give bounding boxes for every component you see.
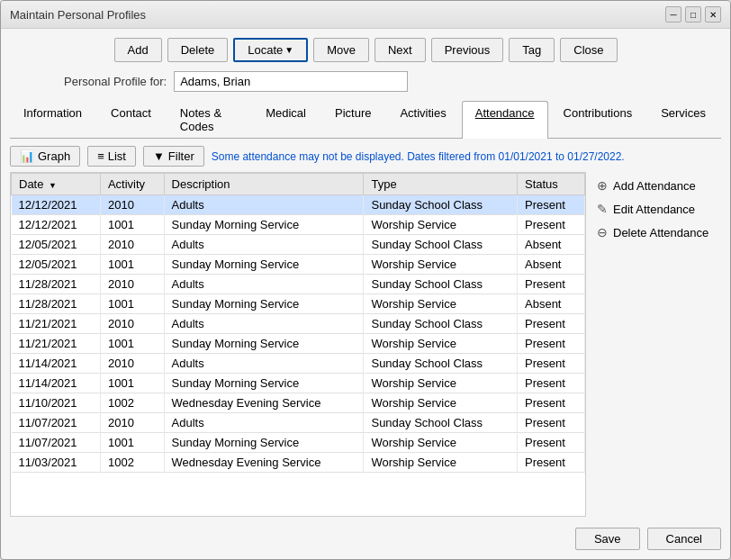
table-scroll-area[interactable]: Date ▼ Activity Description Type Status [11, 173, 585, 473]
tab-notes-codes[interactable]: Notes & Codes [167, 101, 250, 138]
add-attendance-icon: ⊕ [597, 178, 608, 193]
table-row[interactable]: 11/14/20211001Sunday Morning ServiceWors… [12, 374, 585, 393]
title-bar: Maintain Personal Profiles ─ □ ✕ [1, 1, 730, 29]
tab-medical[interactable]: Medical [252, 101, 320, 138]
profile-label: Personal Profile for: [64, 75, 167, 88]
table-row[interactable]: 12/05/20212010AdultsSunday School ClassA… [12, 235, 585, 255]
table-row[interactable]: 12/12/20211001Sunday Morning ServiceWors… [12, 215, 585, 235]
tab-bar: Information Contact Notes & Codes Medica… [10, 101, 721, 139]
table-row[interactable]: 11/28/20212010AdultsSunday School ClassP… [12, 275, 585, 294]
table-row[interactable]: 11/07/20212010AdultsSunday School ClassP… [12, 413, 585, 433]
main-window: Maintain Personal Profiles ─ □ ✕ Add Del… [0, 0, 731, 560]
save-button[interactable]: Save [575, 528, 640, 550]
tab-information[interactable]: Information [10, 101, 95, 138]
table-row[interactable]: 11/10/20211002Wednesday Evening ServiceW… [12, 393, 585, 413]
attendance-table: Date ▼ Activity Description Type Status [11, 173, 585, 473]
window-body: Add Delete Locate ▼ Move Next Previous T… [1, 29, 730, 559]
bottom-bar: Save Cancel [10, 520, 721, 550]
tab-activities[interactable]: Activities [386, 101, 459, 138]
delete-attendance-icon: ⊖ [597, 225, 608, 239]
table-row[interactable]: 11/28/20211001Sunday Morning ServiceWors… [12, 294, 585, 314]
col-activity: Activity [100, 174, 164, 195]
close-button[interactable]: ✕ [705, 6, 721, 23]
table-row[interactable]: 11/21/20211001Sunday Morning ServiceWors… [12, 334, 585, 354]
tab-services[interactable]: Services [647, 101, 719, 138]
col-type: Type [364, 174, 518, 195]
toolbar: Add Delete Locate ▼ Move Next Previous T… [10, 38, 721, 62]
delete-button[interactable]: Delete [167, 38, 229, 62]
filter-button[interactable]: ▼ Filter [143, 146, 204, 167]
previous-button[interactable]: Previous [431, 38, 504, 62]
sort-arrow-date: ▼ [49, 181, 57, 190]
table-row[interactable]: 12/12/20212010AdultsSunday School ClassP… [12, 195, 585, 215]
table-body: 12/12/20212010AdultsSunday School ClassP… [12, 195, 585, 473]
locate-button[interactable]: Locate ▼ [233, 38, 308, 62]
table-row[interactable]: 11/14/20212010AdultsSunday School ClassP… [12, 354, 585, 374]
table-header-row: Date ▼ Activity Description Type Status [12, 174, 585, 195]
view-controls: 📊 Graph ≡ List ▼ Filter Some attendance … [10, 146, 721, 167]
table-row[interactable]: 12/05/20211001Sunday Morning ServiceWors… [12, 255, 585, 275]
cancel-button[interactable]: Cancel [647, 528, 721, 550]
delete-attendance-button[interactable]: ⊖ Delete Attendance [595, 222, 721, 242]
locate-dropdown-icon: ▼ [284, 45, 293, 55]
window-controls: ─ □ ✕ [665, 6, 721, 23]
table-row[interactable]: 11/03/20211002Wednesday Evening ServiceW… [12, 453, 585, 473]
side-actions-panel: ⊕ Add Attendance ✎ Edit Attendance ⊖ Del… [595, 172, 721, 517]
tab-contact[interactable]: Contact [97, 101, 165, 138]
attendance-table-container: Date ▼ Activity Description Type Status [10, 172, 586, 517]
col-status: Status [518, 174, 585, 195]
graph-icon: 📊 [20, 149, 34, 163]
col-description: Description [164, 174, 364, 195]
tab-attendance[interactable]: Attendance [462, 101, 548, 139]
minimize-button[interactable]: ─ [665, 6, 681, 23]
tag-button[interactable]: Tag [509, 38, 555, 62]
tab-contributions[interactable]: Contributions [550, 101, 646, 138]
graph-button[interactable]: 📊 Graph [10, 146, 80, 167]
filter-icon: ▼ [153, 149, 165, 163]
add-button[interactable]: Add [114, 38, 162, 62]
col-date[interactable]: Date ▼ [12, 174, 101, 195]
attendance-tab-content: 📊 Graph ≡ List ▼ Filter Some attendance … [10, 146, 721, 517]
list-button[interactable]: ≡ List [87, 146, 136, 167]
content-area: Date ▼ Activity Description Type Status [10, 172, 721, 517]
restore-button[interactable]: □ [685, 6, 701, 23]
profile-input[interactable] [174, 71, 408, 92]
move-button[interactable]: Move [313, 38, 369, 62]
list-icon: ≡ [97, 149, 104, 163]
edit-attendance-button[interactable]: ✎ Edit Attendance [595, 199, 721, 219]
edit-attendance-icon: ✎ [597, 202, 608, 216]
table-row[interactable]: 11/07/20211001Sunday Morning ServiceWors… [12, 433, 585, 453]
profile-bar: Personal Profile for: [10, 71, 721, 92]
tab-picture[interactable]: Picture [321, 101, 384, 138]
close-dialog-button[interactable]: Close [560, 38, 617, 62]
add-attendance-button[interactable]: ⊕ Add Attendance [595, 176, 721, 195]
filter-notice: Some attendance may not be displayed. Da… [212, 150, 625, 163]
next-button[interactable]: Next [375, 38, 426, 62]
window-title: Maintain Personal Profiles [10, 8, 146, 22]
table-row[interactable]: 11/21/20212010AdultsSunday School ClassP… [12, 314, 585, 334]
